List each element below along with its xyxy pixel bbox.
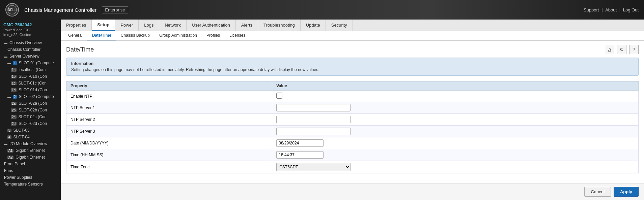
subtab-general[interactable]: General: [63, 31, 87, 40]
sidebar-label-io-overview: I/O Module Overview: [9, 141, 47, 146]
row-date-value: [272, 137, 639, 149]
sub-nav: General Date/Time Chassis Backup Group A…: [61, 31, 644, 41]
sidebar-label-slot01b: SLOT-01b (Con: [19, 74, 47, 79]
sidebar-label-slot02b: SLOT-02b (Con: [19, 108, 47, 112]
row-ntp2-label: NTP Server 2: [66, 114, 272, 126]
tab-security[interactable]: Security: [326, 20, 353, 31]
enable-ntp-checkbox[interactable]: [276, 93, 282, 99]
table-row: Time Zone CST6CDT UTC EST5EDT PST8PDT MS…: [66, 161, 639, 173]
refresh-button[interactable]: ↻: [617, 45, 626, 54]
row-ntp1-label: NTP Server 1: [66, 102, 272, 114]
page-title-row: Date/Time 🖨 ↻ ?: [66, 45, 639, 54]
sidebar-item-slot01a[interactable]: 1a localhost (Com: [0, 66, 61, 73]
page-footer: Cancel Apply: [61, 183, 644, 200]
sidebar-label-slot02: SLOT-02 (Compute: [19, 94, 54, 99]
expand-icon: ▬: [4, 41, 7, 45]
sidebar-label-slot01d: SLOT-01d (Con: [19, 88, 47, 92]
header: DELL Chassis Management Controller Enter…: [0, 0, 644, 20]
sidebar-label-gigabit-a2: Gigabit Ethernet: [16, 155, 45, 160]
sidebar-label-temp-sensors: Temperature Sensors: [4, 182, 43, 187]
sidebar-item-slot03[interactable]: 3 SLOT-03: [0, 127, 61, 134]
header-right: Support | About | Log Out: [584, 7, 639, 12]
ntp-server-3-input[interactable]: [276, 128, 351, 135]
table-row: Date (MM/DD/YYYY): [66, 137, 639, 149]
ntp-server-1-input[interactable]: [276, 104, 351, 111]
sidebar-item-chassis-overview[interactable]: ▬ Chassis Overview: [0, 39, 61, 46]
row-ntp2-value: [272, 114, 639, 126]
page-content: Date/Time 🖨 ↻ ? Information Setting chan…: [61, 41, 644, 183]
sidebar-item-fans[interactable]: Fans: [0, 167, 61, 174]
tab-user-authentication[interactable]: User Authentication: [187, 20, 236, 31]
row-ntp1-value: [272, 102, 639, 114]
separator1: |: [601, 7, 604, 12]
help-button[interactable]: ?: [629, 45, 639, 54]
subtab-chassis-backup[interactable]: Chassis Backup: [116, 31, 155, 40]
apply-button[interactable]: Apply: [614, 187, 639, 197]
row-date-label: Date (MM/DD/YYYY): [66, 137, 272, 149]
about-link[interactable]: About: [605, 7, 617, 12]
sidebar-item-slot01d[interactable]: 1d SLOT-01d (Con: [0, 87, 61, 93]
tab-alerts[interactable]: Alerts: [236, 20, 258, 31]
main-content: Properties Setup Power Logs Network User…: [61, 20, 644, 200]
sidebar-item-temp-sensors[interactable]: Temperature Sensors: [0, 181, 61, 188]
page-actions: 🖨 ↻ ?: [605, 45, 639, 54]
tab-power[interactable]: Power: [115, 20, 139, 31]
sidebar-label-slot01a: localhost (Com: [19, 67, 46, 72]
sidebar-item-slot02[interactable]: ▬ 2 SLOT-02 (Compute: [0, 93, 61, 100]
time-input[interactable]: [276, 151, 324, 159]
sidebar-item-io-overview[interactable]: ▬ I/O Module Overview: [0, 140, 61, 147]
sidebar-item-chassis-controller[interactable]: Chassis Controller: [0, 46, 61, 53]
sidebar-item-slot02b[interactable]: 2b SLOT-02b (Con: [0, 107, 61, 113]
tab-setup[interactable]: Setup: [92, 20, 115, 31]
col-property: Property: [66, 81, 272, 91]
tab-network[interactable]: Network: [159, 20, 187, 31]
device-config: lmc_e22, Custom: [0, 33, 61, 39]
header-title: Chassis Management Controller: [24, 7, 96, 13]
sidebar-label-slot02d: SLOT-02d (Con: [19, 121, 47, 126]
sidebar-item-slot01b[interactable]: 1b SLOT-01b (Con: [0, 73, 61, 80]
dell-logo: DELL: [5, 3, 19, 16]
logout-link[interactable]: Log Out: [623, 7, 639, 12]
separator2: |: [619, 7, 622, 12]
date-input[interactable]: [276, 139, 324, 147]
sidebar-item-server-overview[interactable]: ▬ Server Overview: [0, 53, 61, 60]
timezone-select[interactable]: CST6CDT UTC EST5EDT PST8PDT MST7MDT GMT …: [276, 163, 351, 171]
sidebar-label-server-overview: Server Overview: [9, 54, 39, 59]
tab-update[interactable]: Update: [301, 20, 326, 31]
sidebar-item-power-supplies[interactable]: Power Supplies: [0, 174, 61, 181]
support-link[interactable]: Support: [584, 7, 599, 12]
row-tz-value: CST6CDT UTC EST5EDT PST8PDT MST7MDT GMT …: [272, 161, 639, 173]
sidebar-item-slot02a[interactable]: 2a SLOT-02a (Con: [0, 100, 61, 107]
subtab-group-admin[interactable]: Group Administration: [155, 31, 202, 40]
subtab-datetime[interactable]: Date/Time: [87, 31, 116, 40]
sidebar-item-front-panel[interactable]: Front Panel: [0, 161, 61, 167]
sidebar-item-gigabit-a2[interactable]: A2 Gigabit Ethernet: [0, 154, 61, 161]
sidebar-item-slot01[interactable]: ▬ 1 SLOT-01 (Compute: [0, 60, 61, 66]
table-row: NTP Server 3: [66, 126, 639, 137]
tab-properties[interactable]: Properties: [61, 20, 92, 31]
subtab-profiles[interactable]: Profiles: [202, 31, 225, 40]
sidebar-item-slot02c[interactable]: 2c SLOT-02c (Con: [0, 113, 61, 120]
table-row: Enable NTP: [66, 91, 639, 102]
tab-logs[interactable]: Logs: [139, 20, 159, 31]
page-title: Date/Time: [66, 46, 94, 53]
print-button[interactable]: 🖨: [605, 45, 614, 54]
table-row: Time (HH:MM:SS): [66, 149, 639, 161]
sidebar-item-slot04[interactable]: 4 SLOT-04: [0, 134, 61, 140]
table-row: NTP Server 1: [66, 102, 639, 114]
subtab-licenses[interactable]: Licenses: [225, 31, 250, 40]
tab-troubleshooting[interactable]: Troubleshooting: [258, 20, 301, 31]
sidebar-item-slot01c[interactable]: 1c SLOT-01c (Con: [0, 80, 61, 87]
sidebar-item-gigabit-a1[interactable]: A1 Gigabit Ethernet: [0, 147, 61, 154]
device-name[interactable]: CMC-756J942: [0, 20, 61, 28]
row-time-label: Time (HH:MM:SS): [66, 149, 272, 161]
properties-table: Property Value Enable NTP NTP Server: [66, 81, 639, 173]
sidebar-label-slot04: SLOT-04: [13, 135, 30, 139]
cancel-button[interactable]: Cancel: [584, 187, 611, 197]
sidebar-label-power-supplies: Power Supplies: [4, 175, 32, 180]
sidebar-label-slot02c: SLOT-02c (Con: [19, 114, 47, 119]
info-box-title: Information: [71, 61, 634, 66]
row-tz-label: Time Zone: [66, 161, 272, 173]
sidebar-item-slot02d[interactable]: 2d SLOT-02d (Con: [0, 120, 61, 127]
ntp-server-2-input[interactable]: [276, 116, 351, 123]
